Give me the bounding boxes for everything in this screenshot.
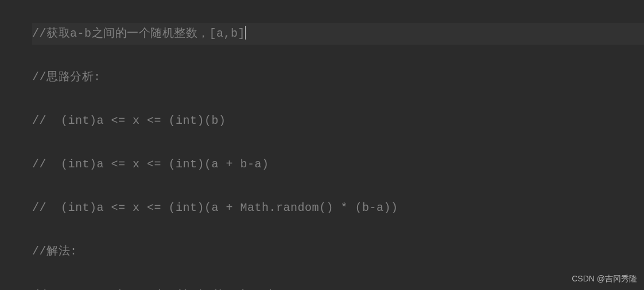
code-line: // (int)a <= x <= (int)(a + b-a)	[32, 154, 644, 175]
code-line: // (int)a <= x <= (int)(a + Math.random(…	[32, 197, 644, 219]
comment-text: // (int)a <= x <= (int)(a + Math.random(…	[32, 201, 398, 214]
comment-text: //思路分析:	[32, 70, 101, 84]
comment-text: // (int)a <= x <= (int)(a + b-a)	[32, 158, 269, 171]
comment-text: //解法:	[32, 245, 77, 258]
code-line: //解法:	[32, 241, 644, 262]
code-line: //思路分析:	[32, 66, 644, 88]
code-line: // (int)a <= x <= (int)(b)	[32, 110, 644, 132]
code-block: //获取a-b之间的一个随机整数，[a,b] //思路分析: // (int)a…	[0, 1, 644, 290]
comment-text: //获取a-b之间的一个随机整数，[a,b]	[32, 27, 245, 40]
code-line: // 0 <= Math.random() * (b-a) < b-a	[32, 284, 644, 290]
code-line: //获取a-b之间的一个随机整数，[a,b]	[32, 23, 644, 45]
comment-text: // (int)a <= x <= (int)(b)	[32, 114, 226, 127]
watermark-text: CSDN @吉冈秀隆	[572, 271, 637, 287]
text-cursor	[245, 26, 246, 40]
